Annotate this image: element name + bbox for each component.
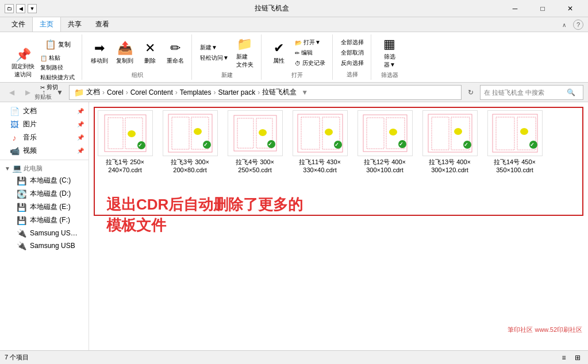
tab-view[interactable]: 查看 [89,17,116,32]
tab-share[interactable]: 共享 [61,17,89,32]
large-icons-view-button[interactable]: ⊞ [572,352,583,363]
back-icon[interactable]: ◀ [16,4,25,13]
maximize-button[interactable]: □ [529,0,556,17]
path-part-6[interactable]: 拉链飞机盒 [262,87,297,97]
new-label: 新建▼ [200,44,217,52]
paste-button[interactable]: 📋 粘贴 [38,53,77,63]
close-button[interactable]: ✕ [557,0,583,17]
file-item-6[interactable]: ✓ 拉飞13号 400×300×120.cdrt [420,108,480,177]
music-icon: ♪ [9,133,20,142]
file-label-2: 拉飞3号 300×200×80.cdrt [171,158,209,175]
up-button[interactable]: ↑ [37,86,51,99]
copy-to-button[interactable]: 📤 复制到 [113,36,136,70]
music-label: 音乐 [23,133,37,142]
sidebar-item-samsung2[interactable]: 🔌 Samsung USB [0,239,89,252]
rename-button[interactable]: ✏ 重命名 [164,36,187,70]
sidebar-item-videos[interactable]: 📹 视频 📌 [0,144,89,157]
copy-button[interactable]: 📋 复制 [38,36,77,53]
pin-videos: 📌 [77,148,84,154]
file-thumbnail-5: ✓ [358,110,413,156]
invert-selection-button[interactable]: 反向选择 [339,59,366,68]
ribbon-group-select: 全部选择 全部取消 反向选择 选择 [334,34,371,80]
path-part-2[interactable]: Corel [107,88,124,96]
sidebar-item-samsung1[interactable]: 🔌 Samsung US… [0,227,89,239]
svg-point-3 [128,130,136,137]
file-thumbnail-7: ✓ [487,110,543,156]
minimize-button[interactable]: ─ [502,0,528,17]
sidebar-item-pictures[interactable]: 🖼 图片 📌 [0,118,89,131]
file-item-2[interactable]: ✓ 拉飞3号 300×200×80.cdrt [160,108,220,177]
new-folder-button[interactable]: 📁 新建文件夹 [233,36,256,70]
ribbon-group-filter: ▦ 筛选器▼ 筛选器 [372,34,407,80]
window-title: 拉链飞机盒 [41,3,502,13]
path-part-4[interactable]: Templates [180,88,212,96]
edit-button[interactable]: ✏ 编辑 [293,48,328,57]
quick-access-icon[interactable]: 🗀 [5,4,14,13]
deselect-all-button[interactable]: 全部取消 [339,48,366,57]
properties-button[interactable]: ✔ 属性 [267,36,290,70]
tab-file[interactable]: 文件 [5,17,32,32]
help-button[interactable]: ? [573,20,583,30]
sidebar-this-pc[interactable]: ▼ 💻 此电脑 [0,162,89,174]
history-icon: ⏱ [295,60,301,67]
svg-point-15 [259,129,267,136]
select-all-button[interactable]: 全部选择 [339,38,366,47]
delete-button[interactable]: ✕ 删除 [139,36,162,70]
pin-icon: 📌 [16,49,31,61]
title-bar: 🗀 ◀ ▼ 拉链飞机盒 ─ □ ✕ [0,0,588,17]
address-path[interactable]: 📁 文档 › Corel › Corel Content › Templates… [69,85,462,100]
history-button[interactable]: ⏱ 历史记录 [293,59,328,68]
filter-icon: ▦ [383,37,395,52]
ribbon-group-open: ✔ 属性 📂 打开▼ ✏ 编辑 ⏱ 历史记录 打开 [263,34,333,80]
file-item-7[interactable]: ✓ 拉飞14号 450×350×100.cdrt [485,108,545,177]
forward-button[interactable]: ▶ [21,86,34,99]
help-chevron[interactable]: ∧ [557,18,571,32]
sidebar-item-documents[interactable]: 📄 文档 📌 [0,104,89,118]
drive-f-label: 本地磁盘 (F:) [30,215,70,225]
sidebar-item-f[interactable]: 💾 本地磁盘 (F:) [0,214,89,227]
tab-home[interactable]: 主页 [32,17,61,32]
file-item-3[interactable]: ✓ 拉飞4号 300×250×50.cdrt [225,108,285,177]
svg-text:✓: ✓ [464,142,468,148]
path-part-1[interactable]: 文档 [86,87,100,97]
sidebar-divider-1 [0,160,89,160]
select-label: 选择 [347,71,358,79]
path-part-5[interactable]: Starter pack [218,88,255,96]
sidebar-item-c[interactable]: 💾 本地磁盘 (C:) [0,174,89,187]
sidebar-item-e[interactable]: 💾 本地磁盘 (E:) [0,200,89,214]
search-box[interactable]: 🔍 [480,85,583,100]
paste-shortcut-label: 粘贴快捷方式 [40,73,75,82]
sidebar-item-d[interactable]: 💽 本地磁盘 (D:) [0,187,89,200]
open-label: 打开 [291,71,303,79]
path-dropdown[interactable]: ▼ [301,88,308,96]
file-label-4: 拉飞11号 430×330×40.cdrt [299,158,341,175]
new-dropdown-button[interactable]: 新建▼ [198,43,231,52]
file-item-1[interactable]: ✓ 拉飞1号 250×240×70.cdrt [95,108,155,177]
pin-music: 📌 [77,134,84,141]
file-item-5[interactable]: ✓ 拉飞12号 400×300×100.cdrt [355,108,415,177]
copy-path-button[interactable]: 复制路径 [38,63,77,72]
easy-access-button[interactable]: 轻松访问▼ [198,53,231,63]
open-button[interactable]: 📂 打开▼ [293,38,328,47]
path-part-3[interactable]: Corel Content [130,88,173,96]
folder-icon: 📁 [74,88,84,97]
select-all-label: 全部选择 [341,38,364,47]
back-button[interactable]: ◀ [5,86,18,99]
refresh-button[interactable]: ↻ [464,86,478,99]
new-folder-icon: 📁 [237,37,252,52]
new-label-group: 新建 [221,71,233,79]
copy-label: 复制 [58,40,71,49]
paste-shortcut-button[interactable]: 粘贴快捷方式 [38,73,77,82]
move-to-button[interactable]: ➡ 移动到 [88,36,111,70]
details-view-button[interactable]: ≡ [558,352,570,363]
down-icon[interactable]: ▼ [28,4,37,13]
watermark: 筆印社区 www.52印刷社区 [508,326,582,334]
sidebar-item-music[interactable]: ♪ 音乐 📌 [0,131,89,144]
file-item-4[interactable]: ✓ 拉飞11号 430×330×40.cdrt [290,108,350,177]
recent-locations-button[interactable]: ▼ [53,86,67,99]
documents-label: 文档 [23,106,37,116]
search-input[interactable] [484,89,564,96]
pin-button[interactable]: 📌 固定到快速访问 [9,47,37,81]
filter-button[interactable]: ▦ 筛选器▼ [378,36,401,70]
copy-to-icon: 📤 [117,41,133,56]
